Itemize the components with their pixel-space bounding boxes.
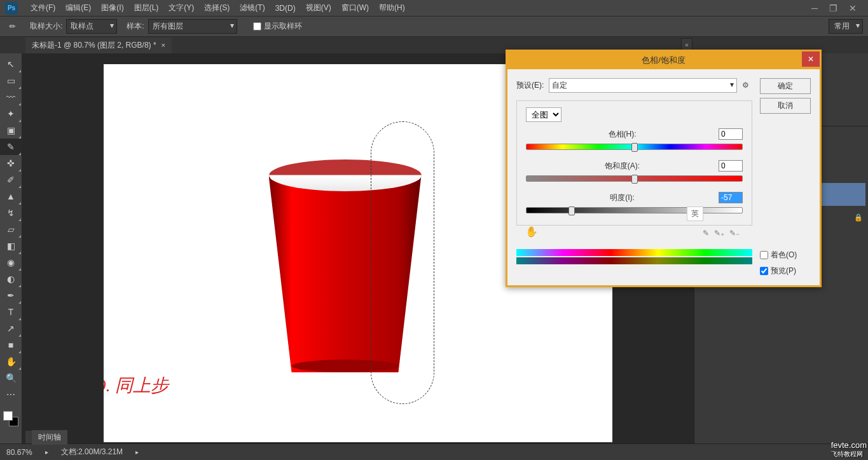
history-brush-tool[interactable]: ↯ (0, 205, 22, 221)
timeline-tab[interactable]: 时间轴 (32, 430, 67, 445)
crop-tool[interactable]: ▣ (0, 122, 22, 139)
document-tab-title: 未标题-1 @ 80.7% (图层 2, RGB/8) * (32, 40, 156, 51)
menu-bar: Ps 文件(F) 编辑(E) 图像(I) 图层(L) 文字(Y) 选择(S) 滤… (0, 0, 868, 16)
close-icon[interactable]: ✕ (849, 3, 857, 13)
show-ring-label: 显示取样环 (264, 21, 302, 32)
annotation-text: 9. 同上步 (104, 374, 169, 398)
hue-input[interactable] (719, 128, 743, 140)
watermark: fevte.com 飞特教程网 (831, 440, 867, 459)
channel-dropdown[interactable]: 全图 (526, 107, 561, 122)
stamp-tool[interactable]: ▲ (0, 188, 22, 205)
preview-checkbox[interactable]: 预览(P) (760, 266, 811, 276)
colorize-checkbox[interactable]: 着色(O) (760, 250, 811, 260)
menu-3d[interactable]: 3D(D) (270, 4, 301, 13)
sample-size-label: 取样大小: (30, 21, 62, 32)
spectrum-bar-top (516, 249, 752, 256)
hand-tool[interactable]: ✋ (0, 353, 22, 370)
show-ring-checkbox[interactable]: 显示取样环 (253, 21, 302, 32)
doc-size[interactable]: 文档:2.00M/3.21M (61, 447, 123, 457)
preview-label: 预览(P) (771, 266, 796, 276)
hue-saturation-dialog: 色相/饱和度 ✕ 预设(E): 自定▾ ⚙ 全图 色相(H): (506, 50, 822, 287)
saturation-slider[interactable] (526, 175, 743, 182)
eyedropper-icon[interactable]: ✎ (703, 229, 709, 238)
cancel-button[interactable]: 取消 (760, 98, 811, 114)
status-bar: 80.67% ▸ 文档:2.00M/3.21M ▸ (0, 443, 868, 460)
hue-slider[interactable] (526, 144, 743, 150)
eyedropper-tool[interactable]: ✎ (0, 139, 22, 155)
tools-panel: ↖ ▭ 〰 ✦ ▣ ✎ ✜ ✐ ▲ ↯ ▱ ◧ ◉ ◐ ✒ T ↗ ■ ✋ 🔍 … (0, 53, 22, 460)
lock-icon[interactable]: 🔒 (854, 213, 863, 222)
eyedropper-minus-icon[interactable]: ✎₋ (729, 229, 740, 238)
color-swatches[interactable] (0, 409, 22, 430)
magic-wand-tool[interactable]: ✦ (0, 105, 22, 122)
minimize-icon[interactable]: ─ (811, 3, 818, 13)
shape-tool[interactable]: ■ (0, 337, 22, 353)
eyedropper-plus-icon[interactable]: ✎₊ (714, 229, 724, 238)
menu-select[interactable]: 选择(S) (199, 3, 235, 13)
document-tab[interactable]: 未标题-1 @ 80.7% (图层 2, RGB/8) * × (25, 37, 172, 53)
options-bar: ✎ 取样大小: 取样点 样本: 所有图层 显示取样环 常用 (0, 16, 868, 37)
tab-close-icon[interactable]: × (162, 41, 165, 49)
preset-label: 预设(E): (516, 80, 544, 91)
lightness-slider[interactable] (526, 207, 743, 213)
app-logo: Ps (5, 2, 18, 15)
menu-file[interactable]: 文件(F) (25, 3, 60, 13)
menu-edit[interactable]: 编辑(E) (60, 3, 96, 13)
colorize-label: 着色(O) (771, 250, 797, 260)
ok-button[interactable]: 确定 (760, 78, 811, 94)
zoom-level[interactable]: 80.67% (6, 448, 32, 457)
menu-view[interactable]: 视图(V) (301, 3, 336, 13)
lasso-tool[interactable]: 〰 (0, 89, 22, 105)
hand-icon[interactable]: ✋ (525, 226, 538, 238)
ime-indicator: 英 (687, 206, 703, 221)
selection-marquee (371, 121, 434, 404)
saturation-input[interactable] (719, 160, 743, 172)
menu-help[interactable]: 帮助(H) (374, 3, 410, 13)
maximize-icon[interactable]: ❐ (829, 3, 837, 13)
blur-tool[interactable]: ◉ (0, 254, 22, 271)
dodge-tool[interactable]: ◐ (0, 271, 22, 287)
menu-filter[interactable]: 滤镜(T) (235, 3, 270, 13)
move-tool[interactable]: ↖ (0, 56, 22, 72)
brush-tool[interactable]: ✐ (0, 172, 22, 188)
sample-size-dropdown[interactable]: 取样点 (66, 19, 117, 34)
lightness-label: 明度(I): (526, 193, 719, 203)
pen-tool[interactable]: ✒ (0, 287, 22, 304)
dialog-close-button[interactable]: ✕ (802, 51, 820, 67)
gradient-tool[interactable]: ◧ (0, 238, 22, 254)
gear-icon[interactable]: ⚙ (742, 81, 752, 91)
eraser-tool[interactable]: ▱ (0, 221, 22, 238)
sample-dropdown[interactable]: 所有图层 (148, 19, 237, 34)
menu-type[interactable]: 文字(Y) (163, 3, 199, 13)
type-tool[interactable]: T (0, 304, 22, 320)
dialog-title: 色相/饱和度 ✕ (507, 51, 820, 69)
spectrum-bar-bottom (516, 257, 752, 264)
edit-toolbar[interactable]: ⋯ (0, 386, 22, 403)
saturation-label: 饱和度(A): (526, 161, 719, 172)
preset-dropdown[interactable]: 自定▾ (549, 78, 737, 93)
eyedropper-icon: ✎ (5, 19, 20, 34)
path-select-tool[interactable]: ↗ (0, 320, 22, 337)
foreground-swatch[interactable] (3, 411, 13, 421)
healing-tool[interactable]: ✜ (0, 155, 22, 172)
lightness-input[interactable] (719, 192, 743, 203)
menu-layer[interactable]: 图层(L) (129, 3, 164, 13)
sample-label: 样本: (127, 21, 144, 32)
marquee-tool[interactable]: ▭ (0, 72, 22, 89)
menu-image[interactable]: 图像(I) (96, 3, 128, 13)
workspace-chip[interactable]: 常用 (829, 19, 863, 34)
hue-label: 色相(H): (526, 129, 719, 140)
menu-window[interactable]: 窗口(W) (336, 3, 374, 13)
zoom-tool[interactable]: 🔍 (0, 370, 22, 386)
